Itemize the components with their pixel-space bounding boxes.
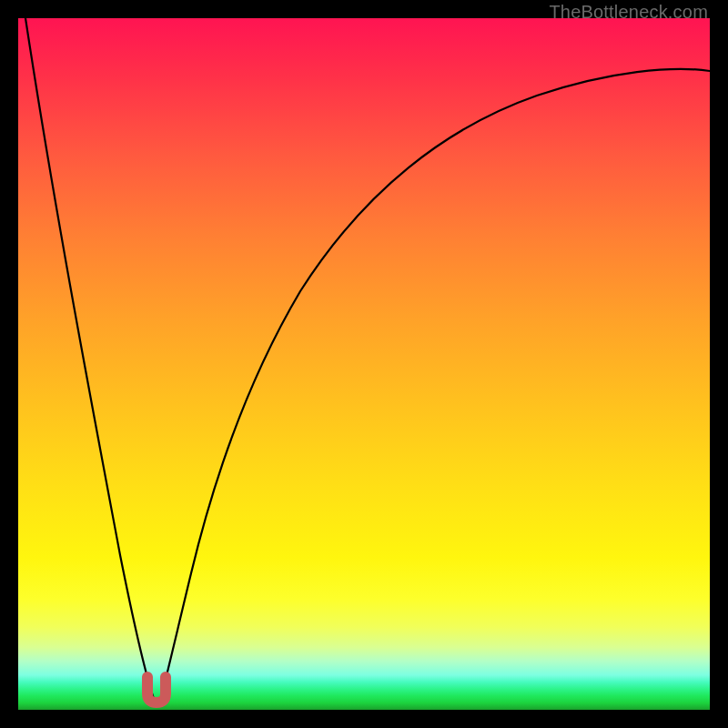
chart-frame: TheBottleneck.com [0,0,728,728]
right-ascent-curve [160,69,710,701]
optimal-u-marker [147,677,166,703]
bottleneck-curve-svg [18,18,710,710]
left-descent-curve [25,18,155,701]
attribution-label: TheBottleneck.com [549,2,708,23]
